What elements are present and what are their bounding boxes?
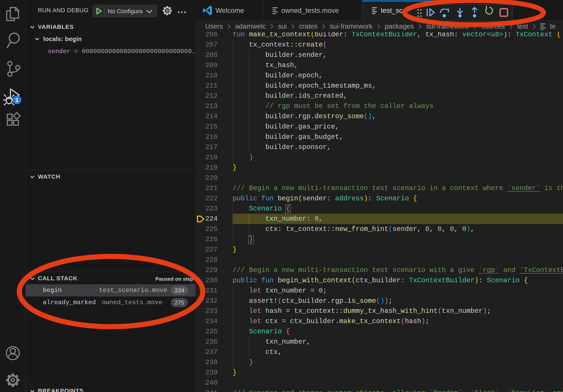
svg-text:1: 1 [15, 97, 19, 103]
